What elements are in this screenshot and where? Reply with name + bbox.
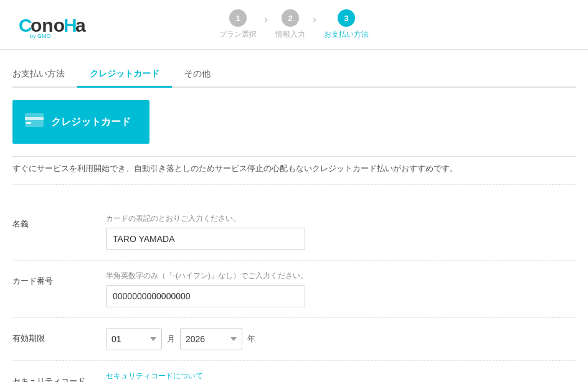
card-number-content: 半角英数字のみ（「-(ハイフン)」なし）でご入力ください。 <box>106 271 576 307</box>
cardholder-input[interactable] <box>106 228 305 250</box>
form-row-expiry: 有効期限 010203040506070809101112 月 20242025… <box>12 318 576 361</box>
step-1: 1 プラン選択 <box>219 9 257 40</box>
svg-text:a: a <box>75 15 86 35</box>
cardholder-label: 名義 <box>12 213 87 230</box>
cardholder-hint: カードの表記のとおりご入力ください。 <box>106 213 576 224</box>
tab-credit-card[interactable]: クレジットカード <box>77 62 172 88</box>
step-arrow-1: › <box>264 13 268 26</box>
step-2-circle: 2 <box>282 9 299 27</box>
step-1-label: プラン選択 <box>219 29 257 40</box>
step-3-circle: 3 <box>338 9 355 27</box>
credit-card-header-block: クレジットカード <box>12 100 149 144</box>
expiry-selects: 010203040506070809101112 月 2024202520262… <box>106 328 576 350</box>
cardholder-content: カードの表記のとおりご入力ください。 <box>106 213 576 250</box>
logo: C ono H a by GMO <box>19 11 93 39</box>
conoha-logo: C ono H a by GMO <box>19 11 93 39</box>
step-2: 2 情報入力 <box>275 9 305 40</box>
tab-other[interactable]: その他 <box>172 62 223 88</box>
expiry-content: 010203040506070809101112 月 2024202520262… <box>106 328 576 350</box>
tabs-container: お支払い方法 クレジットカード その他 <box>12 50 576 88</box>
card-number-input[interactable] <box>106 285 305 307</box>
step-3: 3 お支払い方法 <box>324 9 369 40</box>
security-code-label: セキュリティコード <box>12 371 87 382</box>
expiry-year-unit: 年 <box>247 333 255 345</box>
expiry-month-select[interactable]: 010203040506070809101112 <box>106 328 162 350</box>
security-code-link[interactable]: セキュリティコードについて <box>106 371 576 381</box>
step-1-circle: 1 <box>229 9 247 27</box>
credit-card-title: クレジットカード <box>51 116 131 129</box>
tab-payment-method[interactable]: お支払い方法 <box>12 62 77 88</box>
form-row-cardholder: 名義 カードの表記のとおりご入力ください。 <box>12 203 576 261</box>
form-row-security-code: セキュリティコード セキュリティコードについて <box>12 361 576 382</box>
svg-rect-6 <box>25 117 44 120</box>
security-code-content: セキュリティコードについて <box>106 371 576 382</box>
form-row-card-number: カード番号 半角英数字のみ（「-(ハイフン)」なし）でご入力ください。 <box>12 261 576 318</box>
header: C ono H a by GMO 1 プラン選択 › 2 情報入力 › 3 お支… <box>0 0 588 50</box>
expiry-label: 有効期限 <box>12 328 87 344</box>
steps-container: 1 プラン選択 › 2 情報入力 › 3 お支払い方法 <box>219 9 369 40</box>
credit-card-form: 名義 カードの表記のとおりご入力ください。 カード番号 半角英数字のみ（「-(ハ… <box>12 197 576 382</box>
svg-rect-7 <box>26 122 31 124</box>
expiry-month-unit: 月 <box>167 333 175 345</box>
card-number-label: カード番号 <box>12 271 87 287</box>
expiry-year-select[interactable]: 2024202520262027202820292030203120322033 <box>180 328 242 350</box>
step-3-label: お支払い方法 <box>324 29 369 40</box>
credit-card-description: すぐにサービスを利用開始でき、自動引き落としのためサービス停止の心配もないクレジ… <box>12 156 576 185</box>
main-content: お支払い方法 クレジットカード その他 クレジットカード すぐにサービスを利用開… <box>0 50 588 382</box>
credit-card-icon <box>25 113 44 131</box>
svg-text:by GMO: by GMO <box>30 33 51 39</box>
step-arrow-2: › <box>313 13 316 26</box>
card-number-hint: 半角英数字のみ（「-(ハイフン)」なし）でご入力ください。 <box>106 271 576 281</box>
step-2-label: 情報入力 <box>275 29 305 40</box>
